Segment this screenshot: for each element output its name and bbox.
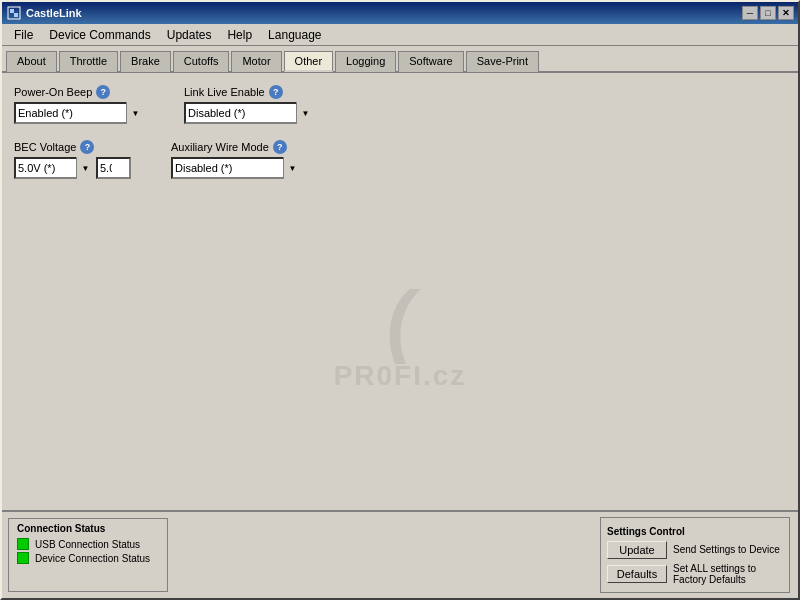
bec-voltage-spinner[interactable] (96, 157, 131, 179)
defaults-row: Defaults Set ALL settings to Factory Def… (607, 563, 783, 585)
link-live-enable-group: Link Live Enable ? Enabled Disabled (*) … (184, 85, 314, 124)
auxiliary-wire-help-icon[interactable]: ? (273, 140, 287, 154)
close-button[interactable]: ✕ (778, 6, 794, 20)
power-on-beep-group: Power-On Beep ? Enabled (*) Disabled ▼ (14, 85, 144, 124)
app-icon (6, 5, 22, 21)
power-on-beep-select-wrapper: Enabled (*) Disabled ▼ (14, 102, 144, 124)
settings-control-title: Settings Control (607, 526, 783, 537)
tab-bar: About Throttle Brake Cutoffs Motor Other… (2, 46, 798, 73)
menu-device-commands[interactable]: Device Commands (41, 26, 158, 44)
bec-voltage-select[interactable]: 5.0V (*) 6.0V 7.4V 8.4V (14, 157, 94, 179)
tab-motor[interactable]: Motor (231, 51, 281, 72)
menu-updates[interactable]: Updates (159, 26, 220, 44)
connection-status-title: Connection Status (17, 523, 159, 534)
link-live-enable-label: Link Live Enable ? (184, 85, 314, 99)
connection-status-box: Connection Status USB Connection Status … (8, 518, 168, 592)
tab-cutoffs[interactable]: Cutoffs (173, 51, 230, 72)
menu-bar: File Device Commands Updates Help Langua… (2, 24, 798, 46)
menu-file[interactable]: File (6, 26, 41, 44)
device-status-item: Device Connection Status (17, 552, 159, 564)
device-status-led (17, 552, 29, 564)
update-description: Send Settings to Device (673, 544, 780, 555)
maximize-button[interactable]: □ (760, 6, 776, 20)
auxiliary-wire-mode-label: Auxiliary Wire Mode ? (171, 140, 301, 154)
tab-save-print[interactable]: Save-Print (466, 51, 539, 72)
link-live-help-icon[interactable]: ? (269, 85, 283, 99)
power-on-beep-select[interactable]: Enabled (*) Disabled (14, 102, 144, 124)
watermark: ( PR0FI.cz (334, 280, 467, 392)
form-row-1: Power-On Beep ? Enabled (*) Disabled ▼ L… (14, 85, 786, 124)
usb-status-label: USB Connection Status (35, 539, 140, 550)
defaults-description: Set ALL settings to Factory Defaults (673, 563, 783, 585)
title-bar-buttons: ─ □ ✕ (742, 6, 794, 20)
window-title: CastleLink (26, 7, 742, 19)
bec-voltage-select-wrapper: 5.0V (*) 6.0V 7.4V 8.4V ▼ (14, 157, 94, 179)
link-live-select-wrapper: Enabled Disabled (*) ▼ (184, 102, 314, 124)
link-live-select[interactable]: Enabled Disabled (*) (184, 102, 314, 124)
defaults-button[interactable]: Defaults (607, 565, 667, 583)
title-bar: CastleLink ─ □ ✕ (2, 2, 798, 24)
watermark-text: PR0FI.cz (334, 360, 467, 392)
tab-throttle[interactable]: Throttle (59, 51, 118, 72)
form-row-2: BEC Voltage ? 5.0V (*) 6.0V 7.4V 8.4V ▼ (14, 140, 786, 179)
auxiliary-wire-select-wrapper: Disabled (*) Enabled ▼ (171, 157, 301, 179)
menu-help[interactable]: Help (219, 26, 260, 44)
tab-about[interactable]: About (6, 51, 57, 72)
menu-language[interactable]: Language (260, 26, 329, 44)
bec-voltage-controls: 5.0V (*) 6.0V 7.4V 8.4V ▼ (14, 157, 131, 179)
app-window: CastleLink ─ □ ✕ File Device Commands Up… (0, 0, 800, 600)
svg-rect-1 (10, 9, 14, 13)
bec-voltage-group: BEC Voltage ? 5.0V (*) 6.0V 7.4V 8.4V ▼ (14, 140, 131, 179)
minimize-button[interactable]: ─ (742, 6, 758, 20)
tab-logging[interactable]: Logging (335, 51, 396, 72)
watermark-symbol: ( (334, 280, 467, 360)
usb-status-item: USB Connection Status (17, 538, 159, 550)
settings-control-area: Settings Control Update Send Settings to… (592, 512, 798, 598)
auxiliary-wire-select[interactable]: Disabled (*) Enabled (171, 157, 301, 179)
device-status-label: Device Connection Status (35, 553, 150, 564)
power-on-beep-label: Power-On Beep ? (14, 85, 144, 99)
tab-brake[interactable]: Brake (120, 51, 171, 72)
bottom-bar: Connection Status USB Connection Status … (2, 510, 798, 598)
tab-software[interactable]: Software (398, 51, 463, 72)
auxiliary-wire-mode-group: Auxiliary Wire Mode ? Disabled (*) Enabl… (171, 140, 301, 179)
power-on-beep-help-icon[interactable]: ? (96, 85, 110, 99)
tab-other[interactable]: Other (284, 51, 334, 72)
bec-voltage-help-icon[interactable]: ? (80, 140, 94, 154)
bec-voltage-label: BEC Voltage ? (14, 140, 131, 154)
usb-status-led (17, 538, 29, 550)
update-button[interactable]: Update (607, 541, 667, 559)
svg-rect-2 (14, 13, 18, 17)
settings-control-box: Settings Control Update Send Settings to… (600, 517, 790, 593)
update-row: Update Send Settings to Device (607, 541, 783, 559)
